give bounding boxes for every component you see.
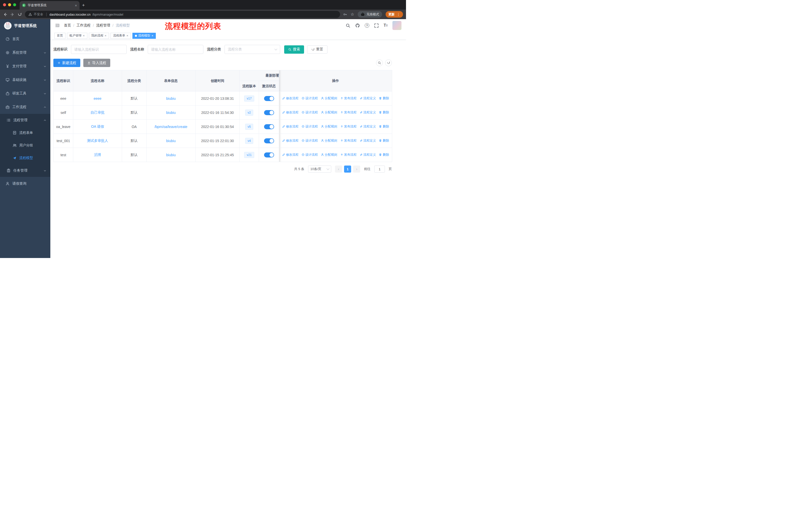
breadcrumb-process-mgmt[interactable]: 流程管理: [96, 23, 110, 28]
tab-close-icon[interactable]: ×: [75, 3, 77, 7]
help-icon[interactable]: ?: [365, 23, 369, 28]
sidebar-item-process-form[interactable]: 流程表单: [0, 127, 50, 139]
sidebar-item-user-group[interactable]: 用户分组: [0, 139, 50, 152]
model-id-input[interactable]: [71, 45, 126, 54]
active-toggle[interactable]: [264, 138, 274, 143]
op-design-link[interactable]: 设计流程: [301, 96, 318, 101]
next-page-button[interactable]: ›: [353, 166, 360, 172]
github-icon[interactable]: [355, 23, 360, 28]
op-publish-link[interactable]: 发布流程: [340, 153, 357, 157]
form-info-link[interactable]: biubiu: [166, 139, 175, 143]
op-edit-link[interactable]: 修改流程: [282, 110, 298, 115]
category-select[interactable]: 流程分类: [225, 45, 280, 54]
active-toggle[interactable]: [264, 124, 274, 129]
tag-home[interactable]: 首页 ×: [54, 33, 65, 39]
op-design-link[interactable]: 设计流程: [301, 125, 318, 129]
op-design-link[interactable]: 设计流程: [301, 139, 318, 143]
toggle-search-button[interactable]: [376, 59, 383, 66]
op-publish-link[interactable]: 发布流程: [340, 96, 357, 101]
op-assign-rule-link[interactable]: 分配规则: [321, 110, 337, 115]
op-definition-link[interactable]: 流程定义: [360, 139, 376, 143]
minimize-window-button[interactable]: [8, 3, 11, 6]
sidebar-item-process-model[interactable]: 流程模型: [0, 152, 50, 164]
password-key-icon[interactable]: [343, 12, 347, 17]
warning-icon[interactable]: [28, 12, 32, 16]
op-edit-link[interactable]: 修改流程: [282, 125, 298, 129]
sidebar-item-leave-query[interactable]: 请假查询: [0, 177, 50, 190]
op-publish-link[interactable]: 发布流程: [340, 139, 357, 143]
goto-page-input[interactable]: [374, 166, 385, 172]
op-assign-rule-link[interactable]: 分配规则: [321, 125, 337, 129]
tag-process-form[interactable]: 流程表单 ×: [111, 33, 131, 39]
op-definition-link[interactable]: 流程定义: [360, 125, 376, 129]
close-window-button[interactable]: [3, 3, 6, 6]
sidebar-item-payment[interactable]: 支付管理: [0, 59, 50, 73]
app-logo[interactable]: 芋道管理系统: [0, 19, 50, 32]
chrome-update-button[interactable]: 更新 ⋮: [386, 11, 403, 18]
import-process-button[interactable]: 导入流程: [83, 59, 110, 67]
new-tab-button[interactable]: +: [82, 2, 85, 8]
tag-close-icon[interactable]: ×: [126, 34, 128, 37]
op-edit-link[interactable]: 修改流程: [282, 96, 298, 101]
reset-button[interactable]: 重置: [307, 45, 327, 54]
model-name-link[interactable]: 滔博: [94, 153, 101, 157]
op-assign-rule-link[interactable]: 分配规则: [321, 153, 337, 157]
op-design-link[interactable]: 设计流程: [301, 153, 318, 157]
op-definition-link[interactable]: 流程定义: [360, 153, 376, 157]
sidebar-collapse-icon[interactable]: [55, 23, 60, 28]
form-info-link[interactable]: biubiu: [166, 97, 175, 101]
refresh-table-button[interactable]: [385, 59, 392, 66]
tag-close-icon[interactable]: ×: [83, 34, 85, 37]
op-definition-link[interactable]: 流程定义: [360, 110, 376, 115]
tag-my-process[interactable]: 我的流程 ×: [89, 33, 109, 39]
active-toggle[interactable]: [264, 96, 274, 101]
font-size-icon[interactable]: TT: [384, 23, 388, 27]
op-publish-link[interactable]: 发布流程: [340, 125, 357, 129]
sidebar-item-home[interactable]: 首页: [0, 32, 50, 46]
model-name-link[interactable]: 自己审批: [91, 110, 105, 114]
sidebar-item-process-mgmt[interactable]: 流程管理: [0, 114, 50, 127]
reload-icon[interactable]: [18, 12, 22, 17]
op-delete-link[interactable]: 删除: [379, 139, 389, 143]
active-toggle[interactable]: [264, 153, 274, 158]
op-design-link[interactable]: 设计流程: [301, 110, 318, 115]
user-avatar[interactable]: [393, 21, 402, 30]
sidebar-item-task-mgmt[interactable]: 任务管理: [0, 164, 50, 177]
op-publish-link[interactable]: 发布流程: [340, 110, 357, 115]
op-delete-link[interactable]: 删除: [379, 153, 389, 157]
tag-close-icon[interactable]: ×: [151, 34, 153, 37]
op-definition-link[interactable]: 流程定义: [360, 96, 376, 101]
op-edit-link[interactable]: 修改流程: [282, 153, 298, 157]
forward-icon[interactable]: [10, 12, 14, 17]
tag-tenant[interactable]: 租户管理 ×: [67, 33, 87, 39]
back-icon[interactable]: [3, 12, 7, 17]
op-edit-link[interactable]: 修改流程: [282, 139, 298, 143]
model-name-link[interactable]: eeee: [94, 97, 102, 101]
prev-page-button[interactable]: ‹: [335, 166, 342, 172]
form-info-link[interactable]: /bpm/oa/leave/create: [154, 125, 187, 129]
page-number-1[interactable]: 1: [344, 166, 351, 172]
sidebar-item-workflow[interactable]: 工作流程: [0, 100, 50, 114]
form-info-link[interactable]: biubiu: [166, 153, 175, 157]
create-process-button[interactable]: 新建流程: [53, 59, 80, 67]
search-icon[interactable]: [346, 23, 350, 28]
page-size-select[interactable]: 10条/页: [308, 166, 331, 172]
browser-menu-icon[interactable]: ⋮: [397, 12, 400, 16]
fullscreen-icon[interactable]: [374, 23, 379, 28]
op-delete-link[interactable]: 删除: [379, 110, 389, 115]
model-name-input[interactable]: [148, 45, 203, 54]
op-assign-rule-link[interactable]: 分配规则: [321, 96, 337, 101]
sidebar-item-system[interactable]: 系统管理: [0, 46, 50, 59]
sidebar-item-devtools[interactable]: 研发工具: [0, 87, 50, 100]
op-delete-link[interactable]: 删除: [379, 96, 389, 101]
tag-close-icon[interactable]: ×: [105, 34, 107, 37]
search-button[interactable]: 搜索: [284, 45, 304, 54]
model-name-link[interactable]: OA 请假: [91, 125, 104, 129]
browser-tab[interactable]: 芋道管理系统 ×: [20, 1, 80, 9]
breadcrumb-workflow[interactable]: 工作流程: [77, 23, 91, 28]
op-delete-link[interactable]: 删除: [379, 125, 389, 129]
op-assign-rule-link[interactable]: 分配规则: [321, 139, 337, 143]
tag-process-model[interactable]: 流程模型 ×: [133, 33, 156, 39]
form-info-link[interactable]: biubiu: [166, 111, 175, 115]
sidebar-item-infra[interactable]: 基础设施: [0, 73, 50, 87]
